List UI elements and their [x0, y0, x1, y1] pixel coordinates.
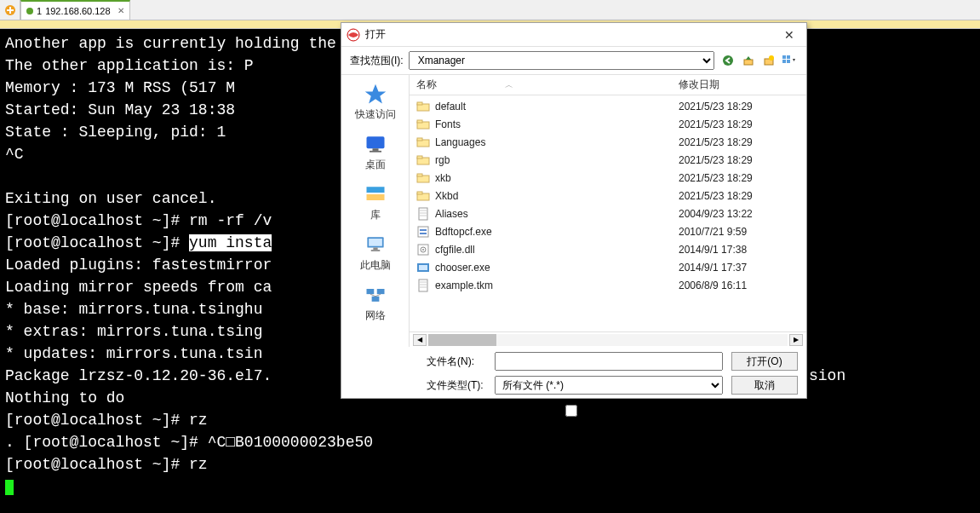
file-type-icon	[416, 225, 430, 239]
place-desktop[interactable]: 桌面	[341, 132, 409, 172]
sort-indicator-icon: ︿	[505, 79, 513, 91]
svg-rect-25	[371, 297, 379, 302]
scroll-right-button[interactable]: ▶	[789, 334, 803, 346]
view-menu-button[interactable]	[781, 52, 798, 69]
svg-rect-11	[787, 60, 790, 63]
file-type-icon	[416, 100, 430, 113]
svg-rect-17	[366, 193, 384, 194]
new-folder-button[interactable]	[760, 52, 777, 69]
svg-line-26	[370, 294, 375, 297]
file-row[interactable]: Aliases2004/9/23 13:22	[410, 205, 806, 222]
file-list[interactable]: default2021/5/23 18:29Fonts2021/5/23 18:…	[410, 95, 806, 331]
place-network[interactable]: 网络	[341, 283, 409, 323]
file-row[interactable]: rgb2021/5/23 18:29	[410, 151, 806, 169]
connection-status-icon	[26, 8, 33, 14]
file-date: 2021/5/23 18:29	[679, 190, 806, 202]
place-this-pc[interactable]: 此电脑	[341, 233, 409, 273]
svg-rect-21	[373, 248, 377, 251]
file-date: 2021/5/23 18:29	[679, 118, 806, 130]
file-name: rgb	[433, 154, 679, 166]
svg-rect-14	[372, 148, 378, 151]
file-open-dialog: 打开 ✕ 查找范围(I): Xmanager 快速访问 桌面 库	[341, 22, 807, 399]
file-name: Languages	[433, 136, 679, 148]
file-row[interactable]: Xkbd2021/5/23 18:29	[410, 187, 806, 205]
file-name: Aliases	[433, 208, 679, 220]
dialog-titlebar[interactable]: 打开 ✕	[341, 23, 806, 47]
svg-rect-15	[370, 151, 381, 153]
add-tab-button[interactable]	[0, 0, 20, 20]
file-type-icon	[416, 189, 430, 203]
terminal-line	[5, 476, 975, 498]
svg-rect-43	[420, 233, 427, 234]
scroll-track[interactable]	[428, 334, 788, 346]
dialog-close-button[interactable]: ✕	[777, 26, 801, 43]
svg-rect-49	[419, 280, 427, 291]
app-icon	[347, 28, 360, 42]
svg-marker-12	[364, 84, 386, 104]
tab-close-button[interactable]: ✕	[114, 6, 124, 15]
svg-rect-41	[418, 227, 428, 237]
nav-back-button[interactable]	[719, 52, 736, 69]
svg-rect-37	[417, 174, 422, 176]
lookin-select[interactable]: Xmanager	[409, 51, 714, 70]
svg-rect-18	[366, 194, 384, 200]
file-row[interactable]: Languages2021/5/23 18:29	[410, 133, 806, 151]
ascii-checkbox[interactable]	[565, 405, 577, 417]
svg-rect-33	[417, 138, 422, 141]
nav-up-button[interactable]	[740, 52, 757, 69]
file-name: cfgfile.dll	[433, 244, 679, 256]
place-label: 网络	[365, 308, 386, 323]
session-tab-number: 1	[37, 6, 42, 16]
file-row[interactable]: chooser.exe2014/9/1 17:37	[410, 258, 806, 276]
file-type-icon	[416, 261, 430, 274]
svg-point-46	[422, 249, 424, 251]
svg-point-4	[723, 55, 733, 66]
file-date: 2014/9/1 17:37	[679, 262, 806, 274]
scroll-left-button[interactable]: ◀	[413, 334, 427, 346]
horizontal-scrollbar[interactable]: ◀ ▶	[410, 331, 806, 347]
file-row[interactable]: default2021/5/23 18:29	[410, 97, 806, 115]
file-row[interactable]: cfgfile.dll2014/9/1 17:38	[410, 240, 806, 258]
file-type-select[interactable]: 所有文件 (*.*)	[495, 376, 723, 395]
lookin-label: 查找范围(I):	[350, 54, 404, 68]
file-name-label: 文件名(N):	[427, 354, 486, 369]
svg-rect-31	[417, 120, 422, 123]
file-name: chooser.exe	[433, 262, 679, 274]
file-row[interactable]: xkb2021/5/23 18:29	[410, 169, 806, 187]
session-tab[interactable]: 1 192.168.60.128 ✕	[20, 0, 130, 20]
svg-point-7	[769, 55, 774, 61]
svg-rect-39	[417, 192, 422, 194]
open-button[interactable]: 打开(O)	[731, 352, 798, 371]
scroll-thumb[interactable]	[428, 334, 496, 346]
session-tab-label: 192.168.60.128	[45, 6, 110, 16]
file-name: default	[433, 101, 679, 112]
place-quick-access[interactable]: 快速访问	[341, 82, 409, 122]
file-row[interactable]: example.tkm2006/8/9 16:11	[410, 276, 806, 294]
place-libraries[interactable]: 库	[341, 182, 409, 222]
file-type-label: 文件类型(T):	[427, 378, 486, 393]
svg-rect-24	[376, 289, 384, 294]
terminal-line: . [root@localhost ~]# ^C□B0100000023be50	[5, 431, 975, 453]
place-label: 库	[370, 208, 381, 222]
app-tab-bar: 1 192.168.60.128 ✕	[0, 0, 980, 20]
svg-rect-48	[419, 265, 427, 270]
svg-rect-42	[420, 229, 427, 231]
cancel-button[interactable]: 取消	[731, 376, 798, 395]
file-row[interactable]: Bdftopcf.exe2010/7/21 9:59	[410, 222, 806, 240]
dialog-title-text: 打开	[365, 27, 777, 42]
place-label: 此电脑	[360, 258, 391, 273]
terminal-highlight: yum insta	[189, 234, 272, 251]
svg-rect-8	[782, 55, 786, 59]
file-name: Bdftopcf.exe	[433, 226, 679, 238]
file-name-input[interactable]	[495, 352, 723, 371]
file-list-header[interactable]: 名称 ︿ 修改日期	[410, 75, 806, 95]
file-type-icon	[416, 243, 430, 256]
file-name: xkb	[433, 172, 679, 184]
svg-rect-23	[366, 289, 374, 294]
file-date: 2014/9/1 17:38	[679, 244, 806, 256]
file-name: example.tkm	[433, 280, 679, 291]
col-date-label: 修改日期	[679, 78, 806, 92]
file-row[interactable]: Fonts2021/5/23 18:29	[410, 115, 806, 133]
svg-rect-5	[744, 60, 753, 65]
file-date: 2021/5/23 18:29	[679, 101, 806, 112]
